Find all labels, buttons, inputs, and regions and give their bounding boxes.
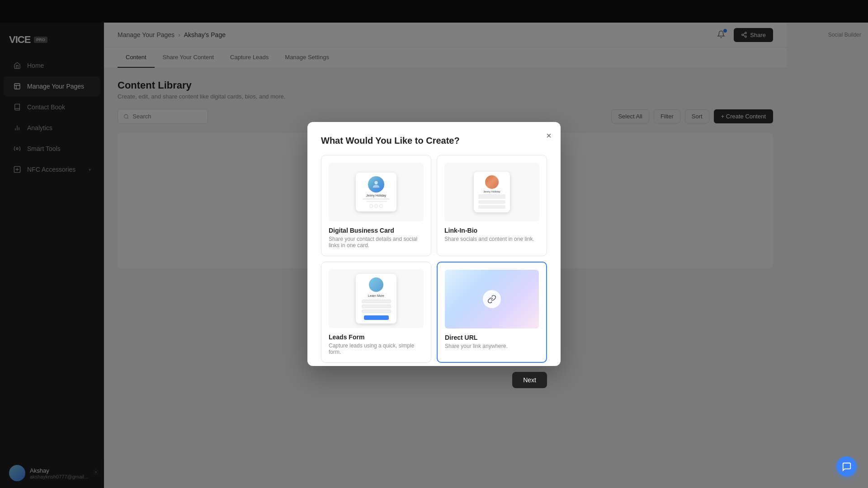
dbc-name: Jenny Holiday xyxy=(366,194,386,197)
dbc-line-2 xyxy=(366,201,387,202)
card-title-lib: Link-In-Bio xyxy=(444,227,539,234)
next-button[interactable]: Next xyxy=(512,372,547,388)
card-leads-form[interactable]: Learn More Leads Form Capture leads usin… xyxy=(321,262,431,363)
card-digital-business-card[interactable]: Jenny Holiday Digital Business Card Shar… xyxy=(321,155,431,256)
lf-avatar xyxy=(369,277,383,292)
dbc-icon-2 xyxy=(374,204,378,208)
card-title-lf: Leads Form xyxy=(329,333,424,341)
modal: What Would You Like to Create? × Jenny H… xyxy=(307,122,561,366)
card-preview-lf: Learn More xyxy=(329,269,424,328)
card-preview-lib: Jenny Holiday xyxy=(444,163,539,221)
card-link-in-bio[interactable]: Jenny Holiday Link-In-Bio Share socials … xyxy=(437,155,547,256)
lib-btn-1 xyxy=(478,194,505,199)
lib-avatar xyxy=(485,175,499,189)
card-desc-dbc: Share your contact details and social li… xyxy=(329,236,424,249)
lf-field-2 xyxy=(362,305,391,308)
dbc-mockup: Jenny Holiday xyxy=(356,173,396,211)
dbc-icons xyxy=(369,204,383,208)
lf-field-3 xyxy=(362,310,391,313)
svg-point-14 xyxy=(374,181,377,184)
lib-btn-2 xyxy=(478,200,505,204)
card-desc-lib: Share socials and content in one link. xyxy=(444,236,539,242)
card-title-du: Direct URL xyxy=(445,334,539,341)
card-grid: Jenny Holiday Digital Business Card Shar… xyxy=(321,155,547,363)
card-preview-du xyxy=(445,270,539,328)
dbc-line-1 xyxy=(363,198,390,200)
dbc-icon-1 xyxy=(369,204,373,208)
lf-mockup: Learn More xyxy=(356,274,396,324)
card-direct-url[interactable]: Direct URL Share your link anywhere. xyxy=(437,262,547,363)
card-preview-dbc: Jenny Holiday xyxy=(329,163,424,221)
lf-label: Learn More xyxy=(368,294,384,297)
dbc-avatar xyxy=(368,176,384,192)
lib-mockup: Jenny Holiday xyxy=(474,172,510,212)
chat-button[interactable] xyxy=(836,456,857,477)
lf-field-1 xyxy=(362,300,391,303)
modal-title: What Would You Like to Create? xyxy=(321,136,547,146)
modal-footer: Next xyxy=(321,372,547,388)
modal-close-button[interactable]: × xyxy=(546,131,552,140)
modal-overlay: What Would You Like to Create? × Jenny H… xyxy=(0,0,868,488)
lib-btn-3 xyxy=(478,205,505,209)
lib-name: Jenny Holiday xyxy=(483,190,500,193)
card-title-dbc: Digital Business Card xyxy=(329,227,424,234)
du-mockup xyxy=(445,270,539,328)
card-desc-lf: Capture leads using a quick, simple form… xyxy=(329,343,424,355)
du-link-icon xyxy=(483,290,501,308)
card-desc-du: Share your link anywhere. xyxy=(445,343,539,349)
dbc-icon-3 xyxy=(379,204,383,208)
lf-submit xyxy=(364,315,389,320)
